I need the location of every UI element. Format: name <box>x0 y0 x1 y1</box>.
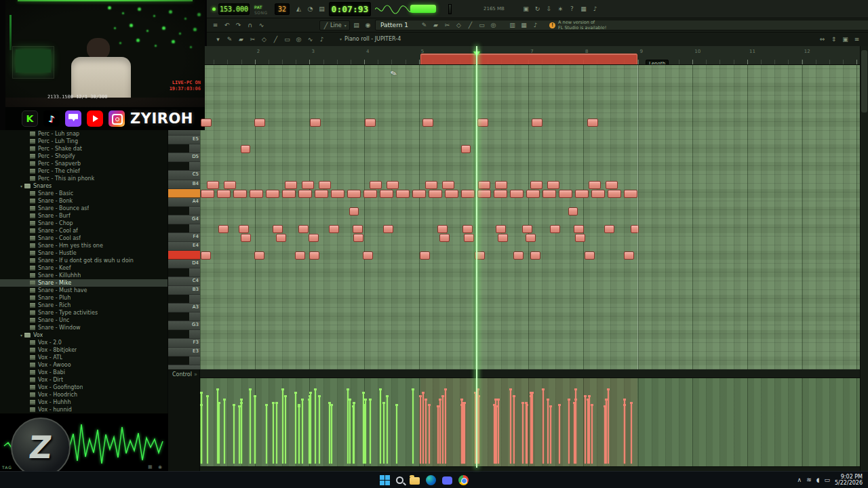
browser-sample-item[interactable]: Snare - Bounce asf <box>0 205 167 212</box>
midi-note[interactable] <box>353 225 363 233</box>
typing-keyboard-icon[interactable]: ▤ <box>316 3 328 14</box>
paint-icon[interactable]: ▰ <box>430 20 441 30</box>
browser-sample-item[interactable]: Snare - Mike <box>0 279 167 287</box>
control-menu-icon[interactable]: » <box>194 371 197 378</box>
midi-note[interactable] <box>587 119 598 127</box>
piano-key[interactable] <box>168 295 200 304</box>
midi-note[interactable] <box>522 225 532 233</box>
velocity-stem[interactable] <box>437 407 439 464</box>
control-panel[interactable]: Control» <box>168 369 200 471</box>
midi-note[interactable] <box>477 190 491 198</box>
midi-note[interactable] <box>319 181 331 189</box>
browser-sample-item[interactable]: Vox - 8bitjoker <box>0 346 167 354</box>
browser-sample-item[interactable]: Snare - Window <box>0 324 167 331</box>
piano-key[interactable]: C4 <box>168 277 200 286</box>
pr-cut-icon[interactable]: ✂ <box>247 34 258 45</box>
midi-note[interactable] <box>412 190 426 198</box>
piano-key[interactable]: D4 <box>168 260 200 268</box>
midi-note[interactable] <box>396 190 410 198</box>
velocity-stem[interactable] <box>420 396 421 464</box>
velocity-stem[interactable] <box>331 405 332 464</box>
piano-key[interactable] <box>168 312 200 321</box>
midi-note[interactable] <box>530 251 540 260</box>
midi-note[interactable] <box>624 251 634 260</box>
browser-sample-item[interactable]: Perc - Luh Ting <box>0 138 167 145</box>
piano-key[interactable]: G4 <box>168 216 200 224</box>
velocity-stem[interactable] <box>494 405 495 464</box>
network-icon[interactable]: ≋ <box>806 476 812 483</box>
midi-note[interactable] <box>201 251 211 260</box>
midi-note[interactable] <box>370 181 382 189</box>
select-icon[interactable]: ▭ <box>476 20 488 30</box>
piano-key[interactable]: B4 <box>168 180 200 189</box>
browser-sample-item[interactable]: Snare - Must have <box>0 287 167 294</box>
browser-sample-item[interactable]: Perc - The chief <box>0 167 167 175</box>
velocity-stem[interactable] <box>363 393 364 464</box>
midi-note[interactable] <box>550 225 560 233</box>
browser-sample-item[interactable]: Snare - Keef <box>0 264 167 272</box>
redo-icon[interactable]: ↷ <box>233 20 244 30</box>
midi-note[interactable] <box>606 181 618 189</box>
midi-note[interactable] <box>363 251 373 260</box>
playlist-toggle-icon[interactable]: ♪ <box>589 3 601 14</box>
velocity-stem[interactable] <box>273 403 274 464</box>
keyboard-icon[interactable]: ▤ <box>351 20 362 30</box>
midi-note[interactable] <box>217 190 231 198</box>
velocity-stem[interactable] <box>254 396 256 464</box>
midi-note[interactable] <box>568 207 578 216</box>
velocity-stem[interactable] <box>224 400 225 464</box>
midi-note[interactable] <box>494 190 507 198</box>
midi-note[interactable] <box>425 181 437 189</box>
velocity-stem[interactable] <box>604 407 606 464</box>
midi-note[interactable] <box>496 225 506 233</box>
midi-note[interactable] <box>241 234 251 242</box>
browser-sample-item[interactable]: Vox - Hoodrich <box>0 391 167 399</box>
midi-note[interactable] <box>254 251 264 260</box>
velocity-stem[interactable] <box>201 393 202 464</box>
piano-key[interactable]: F4 <box>168 233 200 242</box>
midi-note[interactable] <box>387 181 399 189</box>
midi-note[interactable] <box>495 181 507 189</box>
velocity-stem[interactable] <box>233 405 235 464</box>
battery-icon[interactable]: ▭ <box>824 476 830 483</box>
browser-sample-item[interactable]: Vox - ATL <box>0 354 167 361</box>
midi-note[interactable] <box>250 190 263 198</box>
pat-song-switch[interactable]: PAT SONG <box>254 5 268 15</box>
undo-icon[interactable]: ↶ <box>221 20 233 30</box>
midi-note[interactable] <box>608 190 621 198</box>
midi-note[interactable] <box>315 190 328 198</box>
pr-menu-icon[interactable]: ▾ <box>212 34 224 45</box>
velocity-stem[interactable] <box>591 405 593 464</box>
midi-note[interactable] <box>442 181 454 189</box>
midi-note[interactable] <box>363 190 377 198</box>
midi-note[interactable] <box>347 190 361 198</box>
snap-selector[interactable]: ╱ Line <box>319 20 350 30</box>
velocity-stem[interactable] <box>365 400 366 464</box>
pattern-number-led[interactable]: 32 <box>275 3 290 15</box>
velocity-stem[interactable] <box>532 393 533 464</box>
midi-note[interactable] <box>298 225 309 233</box>
midi-note[interactable] <box>445 190 458 198</box>
browser-sample-item[interactable]: Snare - Rich <box>0 302 167 309</box>
midi-note[interactable] <box>329 225 339 233</box>
pr-select-icon[interactable]: ▭ <box>281 34 293 45</box>
midi-note[interactable] <box>224 181 236 189</box>
midi-note[interactable] <box>591 190 605 198</box>
browser-sample-item[interactable]: Snare - Burf <box>0 212 167 220</box>
midi-note[interactable] <box>589 181 601 189</box>
help-icon[interactable]: ? <box>566 3 578 14</box>
midi-note[interactable] <box>530 181 542 189</box>
hidden-icons-button[interactable]: ∧ <box>797 476 802 483</box>
song-mode-toggle[interactable]: SONG <box>254 10 268 15</box>
velocity-stem[interactable] <box>239 407 240 464</box>
midi-note[interactable] <box>547 181 559 189</box>
cut-icon[interactable]: ✂ <box>441 20 453 30</box>
velocity-stem[interactable] <box>477 390 479 464</box>
piano-key[interactable]: A4 <box>168 198 200 207</box>
detach-icon[interactable]: ▣ <box>840 34 851 45</box>
velocity-stem[interactable] <box>530 393 532 464</box>
midi-note[interactable] <box>233 190 247 198</box>
browser-sample-item[interactable]: Vox - 2.0 <box>0 339 167 346</box>
midi-note[interactable] <box>276 234 286 242</box>
velocity-stem[interactable] <box>241 400 242 464</box>
